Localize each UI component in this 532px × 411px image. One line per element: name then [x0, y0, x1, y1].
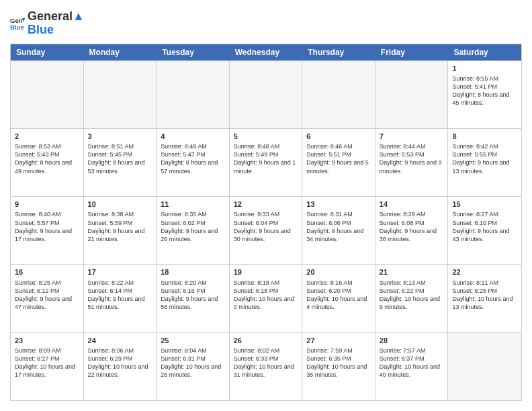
- day-info: Sunrise: 8:35 AM Sunset: 6:02 PM Dayligh…: [161, 210, 225, 243]
- day-info: Sunrise: 8:13 AM Sunset: 6:22 PM Dayligh…: [380, 279, 444, 312]
- day-number: 17: [88, 267, 152, 277]
- day-cell-21: 21Sunrise: 8:13 AM Sunset: 6:22 PM Dayli…: [375, 265, 449, 332]
- calendar-week-3: 9Sunrise: 8:40 AM Sunset: 5:57 PM Daylig…: [11, 196, 521, 264]
- day-cell-20: 20Sunrise: 8:16 AM Sunset: 6:20 PM Dayli…: [302, 265, 375, 332]
- day-number: 19: [234, 267, 298, 277]
- day-cell-15: 15Sunrise: 8:27 AM Sunset: 6:10 PM Dayli…: [448, 197, 521, 264]
- empty-cell: [302, 61, 375, 128]
- day-info: Sunrise: 8:40 AM Sunset: 5:57 PM Dayligh…: [15, 210, 79, 243]
- day-number: 10: [88, 199, 152, 209]
- day-info: Sunrise: 8:31 AM Sunset: 6:06 PM Dayligh…: [306, 210, 371, 243]
- empty-cell: [448, 333, 521, 400]
- day-cell-9: 9Sunrise: 8:40 AM Sunset: 5:57 PM Daylig…: [11, 197, 84, 264]
- day-info: Sunrise: 8:42 AM Sunset: 5:55 PM Dayligh…: [452, 142, 517, 175]
- empty-cell: [230, 61, 303, 128]
- logo: Gen Blue General▲ Blue: [10, 10, 85, 37]
- day-info: Sunrise: 8:18 AM Sunset: 6:18 PM Dayligh…: [234, 279, 298, 312]
- day-info: Sunrise: 8:09 AM Sunset: 6:27 PM Dayligh…: [15, 347, 79, 379]
- day-number: 7: [380, 132, 444, 141]
- day-number: 22: [452, 267, 517, 277]
- day-number: 4: [161, 132, 225, 141]
- day-number: 14: [380, 199, 444, 209]
- day-info: Sunrise: 8:29 AM Sunset: 6:08 PM Dayligh…: [380, 210, 444, 243]
- calendar-header: SundayMondayTuesdayWednesdayThursdayFrid…: [11, 44, 521, 60]
- day-cell-19: 19Sunrise: 8:18 AM Sunset: 6:18 PM Dayli…: [230, 265, 303, 332]
- calendar-week-4: 16Sunrise: 8:25 AM Sunset: 6:12 PM Dayli…: [11, 264, 521, 332]
- day-number: 6: [306, 132, 371, 141]
- day-cell-18: 18Sunrise: 8:20 AM Sunset: 6:16 PM Dayli…: [157, 265, 230, 332]
- day-cell-13: 13Sunrise: 8:31 AM Sunset: 6:06 PM Dayli…: [302, 197, 375, 264]
- calendar-week-1: 1Sunrise: 8:55 AM Sunset: 5:41 PM Daylig…: [11, 60, 521, 128]
- day-number: 23: [15, 336, 79, 345]
- day-number: 13: [306, 199, 371, 209]
- day-info: Sunrise: 8:06 AM Sunset: 6:29 PM Dayligh…: [88, 347, 152, 379]
- day-info: Sunrise: 8:25 AM Sunset: 6:12 PM Dayligh…: [15, 279, 79, 312]
- day-info: Sunrise: 8:51 AM Sunset: 5:45 PM Dayligh…: [88, 142, 152, 175]
- day-number: 28: [380, 336, 444, 345]
- day-number: 24: [88, 336, 152, 345]
- header-day-sunday: Sunday: [11, 44, 84, 60]
- empty-cell: [375, 61, 449, 128]
- calendar-page: Gen Blue General▲ Blue SundayMondayTuesd…: [0, 0, 532, 411]
- day-cell-7: 7Sunrise: 8:44 AM Sunset: 5:53 PM Daylig…: [375, 129, 449, 196]
- day-info: Sunrise: 8:46 AM Sunset: 5:51 PM Dayligh…: [306, 142, 371, 175]
- day-number: 2: [15, 132, 79, 141]
- day-cell-26: 26Sunrise: 8:02 AM Sunset: 6:33 PM Dayli…: [230, 333, 303, 400]
- day-cell-23: 23Sunrise: 8:09 AM Sunset: 6:27 PM Dayli…: [11, 333, 84, 400]
- day-number: 18: [161, 267, 225, 277]
- day-cell-25: 25Sunrise: 8:04 AM Sunset: 6:31 PM Dayli…: [157, 333, 230, 400]
- day-info: Sunrise: 8:20 AM Sunset: 6:16 PM Dayligh…: [161, 279, 225, 312]
- day-cell-4: 4Sunrise: 8:49 AM Sunset: 5:47 PM Daylig…: [157, 129, 230, 196]
- day-info: Sunrise: 8:27 AM Sunset: 6:10 PM Dayligh…: [452, 210, 517, 243]
- day-info: Sunrise: 7:59 AM Sunset: 6:35 PM Dayligh…: [306, 347, 371, 379]
- day-info: Sunrise: 8:49 AM Sunset: 5:47 PM Dayligh…: [161, 142, 225, 175]
- day-number: 3: [88, 132, 152, 141]
- day-cell-12: 12Sunrise: 8:33 AM Sunset: 6:04 PM Dayli…: [230, 197, 303, 264]
- day-number: 26: [234, 336, 298, 345]
- day-cell-6: 6Sunrise: 8:46 AM Sunset: 5:51 PM Daylig…: [302, 129, 375, 196]
- logo-icon: Gen Blue: [10, 15, 26, 32]
- day-info: Sunrise: 8:11 AM Sunset: 6:25 PM Dayligh…: [452, 279, 517, 312]
- day-cell-8: 8Sunrise: 8:42 AM Sunset: 5:55 PM Daylig…: [448, 129, 521, 196]
- day-cell-10: 10Sunrise: 8:38 AM Sunset: 5:59 PM Dayli…: [84, 197, 157, 264]
- day-info: Sunrise: 8:22 AM Sunset: 6:14 PM Dayligh…: [88, 279, 152, 312]
- day-cell-1: 1Sunrise: 8:55 AM Sunset: 5:41 PM Daylig…: [448, 61, 521, 128]
- day-info: Sunrise: 8:16 AM Sunset: 6:20 PM Dayligh…: [306, 279, 371, 312]
- day-info: Sunrise: 7:57 AM Sunset: 6:37 PM Dayligh…: [380, 347, 444, 379]
- page-header: Gen Blue General▲ Blue: [10, 10, 522, 37]
- header-day-saturday: Saturday: [448, 44, 521, 60]
- header-day-thursday: Thursday: [302, 44, 375, 60]
- day-number: 15: [452, 199, 517, 209]
- day-number: 21: [380, 267, 444, 277]
- calendar-week-2: 2Sunrise: 8:53 AM Sunset: 5:43 PM Daylig…: [11, 128, 521, 196]
- day-number: 1: [452, 64, 517, 73]
- day-number: 12: [234, 199, 298, 209]
- day-number: 16: [15, 267, 79, 277]
- day-info: Sunrise: 8:33 AM Sunset: 6:04 PM Dayligh…: [234, 210, 298, 243]
- day-number: 11: [161, 199, 225, 209]
- day-info: Sunrise: 8:53 AM Sunset: 5:43 PM Dayligh…: [15, 142, 79, 175]
- empty-cell: [157, 61, 230, 128]
- empty-cell: [11, 61, 84, 128]
- header-day-friday: Friday: [375, 44, 449, 60]
- day-cell-17: 17Sunrise: 8:22 AM Sunset: 6:14 PM Dayli…: [84, 265, 157, 332]
- day-info: Sunrise: 8:48 AM Sunset: 5:49 PM Dayligh…: [234, 142, 298, 175]
- day-cell-11: 11Sunrise: 8:35 AM Sunset: 6:02 PM Dayli…: [157, 197, 230, 264]
- day-cell-27: 27Sunrise: 7:59 AM Sunset: 6:35 PM Dayli…: [302, 333, 375, 400]
- day-cell-16: 16Sunrise: 8:25 AM Sunset: 6:12 PM Dayli…: [11, 265, 84, 332]
- day-number: 8: [452, 132, 517, 141]
- day-cell-22: 22Sunrise: 8:11 AM Sunset: 6:25 PM Dayli…: [448, 265, 521, 332]
- day-number: 5: [234, 132, 298, 141]
- calendar-week-5: 23Sunrise: 8:09 AM Sunset: 6:27 PM Dayli…: [11, 332, 521, 400]
- day-cell-3: 3Sunrise: 8:51 AM Sunset: 5:45 PM Daylig…: [84, 129, 157, 196]
- day-number: 20: [306, 267, 371, 277]
- day-cell-14: 14Sunrise: 8:29 AM Sunset: 6:08 PM Dayli…: [375, 197, 449, 264]
- day-cell-24: 24Sunrise: 8:06 AM Sunset: 6:29 PM Dayli…: [84, 333, 157, 400]
- day-info: Sunrise: 8:04 AM Sunset: 6:31 PM Dayligh…: [161, 347, 225, 379]
- logo-text-line2: Blue: [28, 24, 85, 37]
- day-info: Sunrise: 8:02 AM Sunset: 6:33 PM Dayligh…: [234, 347, 298, 379]
- day-number: 25: [161, 336, 225, 345]
- day-cell-28: 28Sunrise: 7:57 AM Sunset: 6:37 PM Dayli…: [375, 333, 449, 400]
- day-number: 27: [306, 336, 371, 345]
- day-cell-2: 2Sunrise: 8:53 AM Sunset: 5:43 PM Daylig…: [11, 129, 84, 196]
